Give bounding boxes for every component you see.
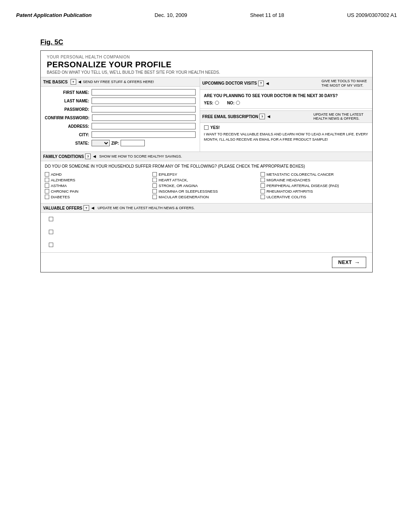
condition-label: STROKE, OR ANGINA xyxy=(159,183,198,188)
confirm-password-row: CONFIRM PASSWORD: xyxy=(45,114,196,121)
family-question: DO YOU OR SOMEONE IN YOUR HOUSEHOLD SUFF… xyxy=(41,161,372,170)
list-item: INSOMNIA OR SLEEPLESSNESS xyxy=(152,189,260,193)
offers-tab-icon: ? xyxy=(83,205,89,211)
list-item: ASTHMA xyxy=(45,183,152,188)
next-button[interactable]: NEXT → xyxy=(332,257,366,268)
condition-label: ASTHMA xyxy=(51,183,67,188)
list-item: HEART ATTACK, xyxy=(152,178,260,182)
page-wrapper: Patent Application Publication Dec. 10, … xyxy=(0,0,413,532)
condition-label: HEART ATTACK, xyxy=(159,178,188,182)
offer-checkbox[interactable] xyxy=(49,217,53,221)
condition-label: ALZHEIMERS xyxy=(51,178,75,182)
offer-checkbox[interactable] xyxy=(49,230,53,234)
form-middle: THE BASICS ? ◄ SEND MY FREE STUFF & OFFE… xyxy=(41,77,372,152)
condition-checkbox[interactable] xyxy=(152,183,157,188)
header-publication: Patent Application Publication xyxy=(16,12,92,18)
conditions-grid: ADHDEPILEPSYMETASTATIC COLORECTAL CANCER… xyxy=(41,170,372,203)
address-row: ADDRESS: xyxy=(45,123,196,129)
doctor-visit-area: ARE YOU PLANNING TO SEE YOUR DOCTOR IN T… xyxy=(200,90,372,109)
state-select[interactable] xyxy=(92,140,110,146)
condition-checkbox[interactable] xyxy=(152,172,157,177)
yes-radio[interactable] xyxy=(215,101,219,105)
yes-no-row: YES: NO: xyxy=(204,101,368,105)
condition-label: METASTATIC COLORECTAL CANCER xyxy=(267,172,334,177)
doctor-question: ARE YOU PLANNING TO SEE YOUR DOCTOR IN T… xyxy=(204,93,368,98)
family-tab-icon: ? xyxy=(85,154,91,159)
condition-checkbox[interactable] xyxy=(45,183,49,188)
condition-label: RHEUMATOID ARTHRITIS xyxy=(267,189,313,193)
family-tab-label: FAMILY CONDITIONS xyxy=(43,154,84,159)
no-radio[interactable] xyxy=(236,101,240,105)
list-item: CHRONIC PAIN xyxy=(45,189,152,193)
offers-section: VALUABLE OFFERS ? ◄ UPDATE ME ON THE LAT… xyxy=(41,204,372,253)
address-label: ADDRESS: xyxy=(45,124,89,129)
header-date: Dec. 10, 2009 xyxy=(154,12,187,18)
condition-checkbox[interactable] xyxy=(261,189,265,193)
email-sub-tab-arrow: ◄ xyxy=(266,114,271,119)
condition-label: INSOMNIA OR SLEEPLESSNESS xyxy=(159,189,218,193)
confirm-password-label: CONFIRM PASSWORD: xyxy=(45,116,90,120)
condition-checkbox[interactable] xyxy=(45,195,49,199)
condition-label: ADHD xyxy=(51,172,62,177)
email-sub-tab-icon: ? xyxy=(259,114,265,119)
city-row: CITY: xyxy=(45,131,196,138)
no-item: NO: xyxy=(227,101,240,105)
condition-checkbox[interactable] xyxy=(45,178,49,182)
offers-tab-arrow: ◄ xyxy=(90,205,95,211)
yes-checkbox-row: YES! xyxy=(204,125,368,130)
last-name-input[interactable] xyxy=(92,98,196,104)
list-item xyxy=(49,243,364,248)
condition-checkbox[interactable] xyxy=(261,183,265,188)
condition-checkbox[interactable] xyxy=(45,172,49,177)
last-name-row: LAST NAME: xyxy=(45,98,196,104)
address-input[interactable] xyxy=(92,123,196,129)
fields-area: FIRST NAME: LAST NAME: PASSWORD: CONFIRM… xyxy=(41,87,200,152)
list-item: RHEUMATOID ARTHRITIS xyxy=(261,189,368,193)
condition-checkbox[interactable] xyxy=(45,189,49,193)
basics-tab-arrow: ◄ xyxy=(77,79,82,85)
list-item: DIABETES xyxy=(45,195,152,199)
page-header: Patent Application Publication Dec. 10, … xyxy=(16,8,397,26)
condition-checkbox[interactable] xyxy=(152,189,157,193)
offers-tab: VALUABLE OFFERS ? ◄ UPDATE ME ON THE LAT… xyxy=(41,204,372,213)
condition-checkbox[interactable] xyxy=(261,172,265,177)
family-tab: FAMILY CONDITIONS ? ◄ SHOW ME HOW TO SCO… xyxy=(41,152,372,161)
condition-checkbox[interactable] xyxy=(261,195,265,199)
condition-label: CHRONIC PAIN xyxy=(51,189,78,193)
confirm-password-input[interactable] xyxy=(92,114,196,121)
list-item: ALZHEIMERS xyxy=(45,178,152,182)
upcoming-tab-label: UPCOMING DOCTOR VISITS xyxy=(202,81,257,85)
condition-checkbox[interactable] xyxy=(152,195,157,199)
list-item: MIGRAINE HEADACHES xyxy=(261,178,368,182)
list-item xyxy=(49,217,364,222)
condition-checkbox[interactable] xyxy=(261,178,265,182)
next-button-label: NEXT xyxy=(338,260,352,265)
basics-tab: THE BASICS ? ◄ SEND MY FREE STUFF & OFFE… xyxy=(41,77,200,87)
zip-input[interactable] xyxy=(121,140,145,146)
condition-checkbox[interactable] xyxy=(152,178,157,182)
form-container: YOUR PERSONAL HEALTH COMPANION PERSONALI… xyxy=(40,50,373,272)
list-item: ADHD xyxy=(45,172,152,177)
first-name-row: FIRST NAME: xyxy=(45,89,196,96)
family-tab-arrow: ◄ xyxy=(92,154,97,159)
condition-label: MACULAR DEGENERATION xyxy=(159,195,209,199)
password-input[interactable] xyxy=(92,106,196,112)
first-name-input[interactable] xyxy=(92,89,196,96)
state-label: STATE: xyxy=(45,141,89,145)
list-item: ULCERATIVE COLITIS xyxy=(261,195,368,199)
upcoming-tab-right: GIVE ME TOOLS TO MAKE THE MOST OF MY VIS… xyxy=(321,79,370,88)
yes-label: YES: xyxy=(204,101,213,105)
condition-label: EPILEPSY xyxy=(159,172,177,177)
yes-email-checkbox[interactable] xyxy=(204,125,209,130)
condition-label: PERIPHERAL ARTERIAL DISEASE (PAD) xyxy=(267,183,339,188)
no-label: NO: xyxy=(227,101,234,105)
offer-checkbox[interactable] xyxy=(49,243,53,247)
figure-label: Fig. 5C xyxy=(40,38,397,46)
form-description: BASED ON WHAT YOU TELL US, WE'LL BUILD T… xyxy=(47,70,366,75)
password-row: PASSWORD: xyxy=(45,106,196,112)
email-sub-area: YES! I WANT TO RECEIVE VALUABLE EMAILS A… xyxy=(200,123,372,144)
zip-label: ZIP: xyxy=(111,141,119,145)
city-input[interactable] xyxy=(92,131,196,138)
basics-tab-label: THE BASICS xyxy=(43,80,68,84)
condition-label: ULCERATIVE COLITIS xyxy=(267,195,307,199)
